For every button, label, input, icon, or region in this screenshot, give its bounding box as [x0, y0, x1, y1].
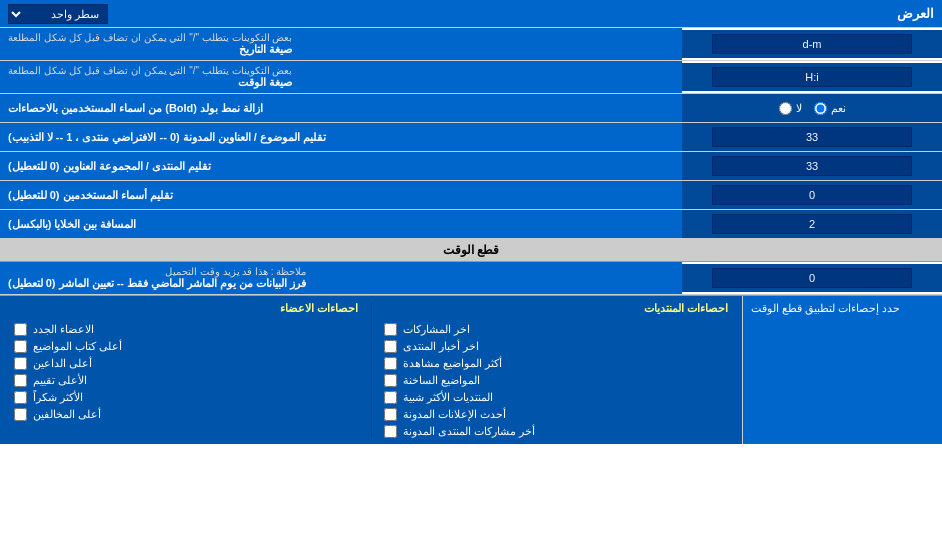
bold-radio-yes[interactable] [814, 102, 827, 115]
username-trim-row: 0 تقليم أسماء المستخدمين (0 للتعطيل) [0, 181, 942, 210]
bold-radio-yes-label[interactable]: نعم [814, 102, 846, 115]
stat-member-3-check[interactable] [14, 357, 27, 370]
date-format-input-cell: d-m [682, 30, 942, 58]
stat-forum-2-check[interactable] [384, 340, 397, 353]
forum-group-order-row: 33 تقليم المنتدى / المجموعة العناوين (0 … [0, 152, 942, 181]
time-format-input[interactable]: H:i [712, 67, 912, 87]
forum-group-order-input[interactable]: 33 [712, 156, 912, 176]
cell-spacing-label: المسافة بين الخلايا (بالبكسل) [0, 210, 682, 238]
date-format-input[interactable]: d-m [712, 34, 912, 54]
time-format-input-cell: H:i [682, 63, 942, 91]
username-trim-label: تقليم أسماء المستخدمين (0 للتعطيل) [0, 181, 682, 209]
header-row: العرض سطر واحد سطرين ثلاثة أسطر [0, 0, 942, 28]
stat-member-4-check[interactable] [14, 374, 27, 387]
bold-radio-no[interactable] [779, 102, 792, 115]
bold-usernames-row: نعم لا ازالة نمط بولد (Bold) من اسماء ال… [0, 94, 942, 123]
stat-forum-3: أكثر المواضيع مشاهدة [384, 357, 729, 370]
topic-order-row: 33 تقليم الموضوع / العناوين المدونة (0 -… [0, 123, 942, 152]
stats-divider [371, 302, 372, 438]
stat-member-3: أعلى الداعين [14, 357, 359, 370]
topic-order-input-cell: 33 [682, 123, 942, 151]
date-format-label: بعض التكوينات يتطلب "/" التي يمكن ان تضا… [0, 28, 682, 60]
stat-forum-5-check[interactable] [384, 391, 397, 404]
stats-col1-header: احصاءات المنتديات [384, 302, 729, 315]
time-format-label: بعض التكوينات يتطلب "/" التي يمكن ان تضا… [0, 61, 682, 93]
stat-forum-3-check[interactable] [384, 357, 397, 370]
bold-radio-group: نعم لا [682, 94, 942, 122]
stats-section-label: حدد إحصاءات لتطبيق قطع الوقت [742, 296, 942, 444]
cell-spacing-input-cell: 2 [682, 210, 942, 238]
bold-usernames-label: ازالة نمط بولد (Bold) من اسماء المستخدمي… [0, 94, 682, 122]
bold-radio-no-label[interactable]: لا [779, 102, 802, 115]
forum-group-order-input-cell: 33 [682, 152, 942, 180]
stat-forum-2: اخر أخبار المنتدى [384, 340, 729, 353]
cutoff-input-cell: 0 [682, 264, 942, 292]
stat-member-5: الأكثر شكراً [14, 391, 359, 404]
stat-member-6: أعلى المخالفين [14, 408, 359, 421]
stats-section: حدد إحصاءات لتطبيق قطع الوقت احصاءات الم… [0, 295, 942, 444]
topic-order-label: تقليم الموضوع / العناوين المدونة (0 -- ا… [0, 123, 682, 151]
stat-forum-6: أحدث الإعلانات المدونة [384, 408, 729, 421]
stat-forum-4-check[interactable] [384, 374, 397, 387]
main-container: العرض سطر واحد سطرين ثلاثة أسطر d-m بعض … [0, 0, 942, 444]
time-format-row: H:i بعض التكوينات يتطلب "/" التي يمكن ان… [0, 61, 942, 94]
cell-spacing-row: 2 المسافة بين الخلايا (بالبكسل) [0, 210, 942, 239]
cutoff-input[interactable]: 0 [712, 268, 912, 288]
stat-forum-1-check[interactable] [384, 323, 397, 336]
date-format-row: d-m بعض التكوينات يتطلب "/" التي يمكن ان… [0, 28, 942, 61]
forum-group-order-label: تقليم المنتدى / المجموعة العناوين (0 للت… [0, 152, 682, 180]
stat-forum-5: المنتديات الأكثر شبية [384, 391, 729, 404]
stat-forum-6-check[interactable] [384, 408, 397, 421]
stats-checkboxes: احصاءات المنتديات اخر المشاركات اخر أخبا… [0, 296, 742, 444]
stat-forum-4: المواضيع الساخنة [384, 374, 729, 387]
header-label: العرض [897, 6, 934, 21]
username-trim-input-cell: 0 [682, 181, 942, 209]
stat-member-2: أعلى كتاب المواضيع [14, 340, 359, 353]
stats-col-members: احصاءات الاعضاء الاعضاء الجدد أعلى كتاب … [6, 302, 367, 438]
cell-spacing-input[interactable]: 2 [712, 214, 912, 234]
stat-member-1-check[interactable] [14, 323, 27, 336]
stat-forum-7-check[interactable] [384, 425, 397, 438]
username-trim-input[interactable]: 0 [712, 185, 912, 205]
cutoff-section-header: قطع الوقت [0, 239, 942, 262]
stat-forum-1: اخر المشاركات [384, 323, 729, 336]
stats-col-forums: احصاءات المنتديات اخر المشاركات اخر أخبا… [376, 302, 737, 438]
stat-forum-7: أخر مشاركات المنتدى المدونة [384, 425, 729, 438]
stat-member-4: الأعلى تقييم [14, 374, 359, 387]
cutoff-row: 0 ملاحظة : هذا قد يزيد وقت التحميل فرز ا… [0, 262, 942, 295]
stat-member-5-check[interactable] [14, 391, 27, 404]
stat-member-6-check[interactable] [14, 408, 27, 421]
cutoff-label: ملاحظة : هذا قد يزيد وقت التحميل فرز الب… [0, 262, 682, 294]
stat-member-2-check[interactable] [14, 340, 27, 353]
display-select[interactable]: سطر واحد سطرين ثلاثة أسطر [8, 4, 108, 24]
stat-member-1: الاعضاء الجدد [14, 323, 359, 336]
stats-col2-header: احصاءات الاعضاء [14, 302, 359, 315]
topic-order-input[interactable]: 33 [712, 127, 912, 147]
